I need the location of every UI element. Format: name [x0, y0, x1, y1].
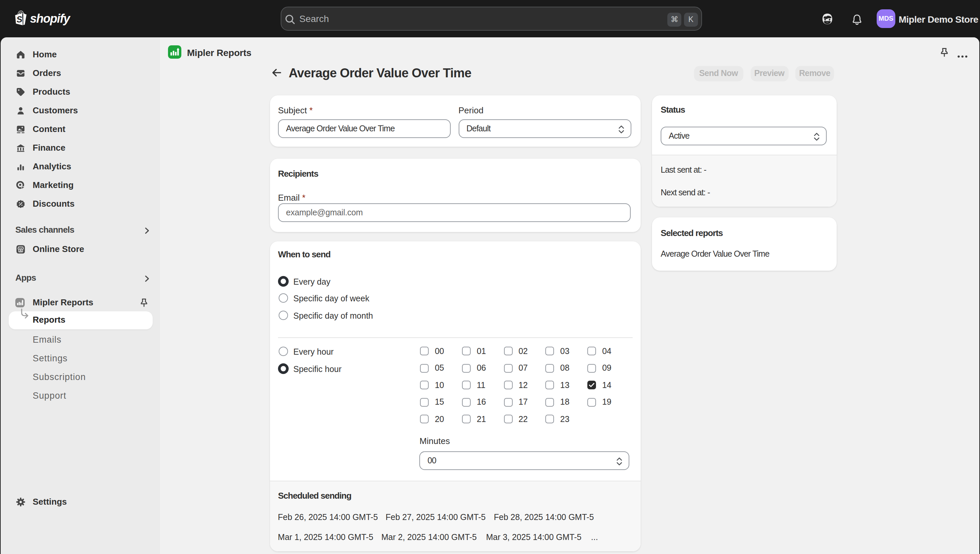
svg-text:S: S [16, 14, 23, 24]
